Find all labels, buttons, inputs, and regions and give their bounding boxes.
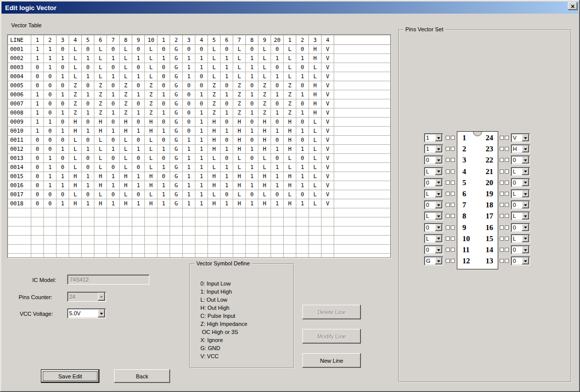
pin-12-select[interactable]: G <box>424 256 443 265</box>
vector-cell: 1 <box>183 181 195 190</box>
table-row[interactable]: 0011000L0L0L0L0G11H0H0H0H0LV <box>8 136 391 145</box>
table-row[interactable]: 0008101Z1Z1Z1Z1G01Z1Z1Z1Z1HV <box>8 108 391 118</box>
vector-cell: 1 <box>57 72 69 81</box>
pin-1-select[interactable]: 1 <box>424 133 443 142</box>
dropdown-button[interactable] <box>435 201 442 208</box>
table-row[interactable]: 0004001L1L1L1L0G10L1L1L1L1LV <box>8 72 391 81</box>
empty-cell <box>57 236 69 245</box>
pin-stub <box>451 237 455 241</box>
dropdown-button[interactable] <box>522 246 529 253</box>
dropdown-button[interactable] <box>435 235 442 242</box>
table-row[interactable]: 0015011H1H1H1H0G11H1H1H1H1LV <box>8 172 391 181</box>
pin-13-select[interactable]: 0 <box>511 256 530 265</box>
pin-4-select[interactable]: L <box>424 167 443 176</box>
vector-cell: 0 <box>183 81 195 90</box>
vcc-voltage-select[interactable]: 5.0V <box>67 308 106 318</box>
dropdown-button[interactable] <box>522 156 529 163</box>
vector-cell: 0 <box>132 136 145 145</box>
table-row[interactable]: 0003010L0L0L0L0G11L1L1L0L0LV <box>8 63 391 72</box>
pin-9-select[interactable]: 0 <box>424 223 443 232</box>
dropdown-button[interactable] <box>522 201 529 208</box>
table-row[interactable]: 0014010L0L0L0L1G11L1L1L1L1LV <box>8 163 391 172</box>
pin-22-select[interactable]: 0 <box>511 155 530 164</box>
dropdown-button[interactable] <box>435 145 442 152</box>
pin-8-select[interactable]: L <box>424 211 443 220</box>
new-line-button[interactable]: New Line <box>302 353 361 368</box>
dropdown-button[interactable] <box>522 145 529 152</box>
table-row[interactable]: 0005000Z0Z0Z0Z0G00Z0Z0Z0Z0HV <box>8 81 391 90</box>
table-row[interactable]: 0006101Z1Z1Z1Z1G01Z1Z1Z1Z1HV <box>8 90 391 99</box>
pin-18-select[interactable]: 0 <box>511 200 530 209</box>
dropdown-button[interactable] <box>522 190 529 197</box>
column-header: 10 <box>145 35 157 45</box>
table-row[interactable]: 0018001H1H1H1H1G11H1H1H1H1LV <box>8 199 391 208</box>
pin-20-select[interactable]: 0 <box>511 178 530 187</box>
vector-cell: 0 <box>31 145 44 154</box>
dropdown-button[interactable] <box>522 179 529 186</box>
vector-cell: 0 <box>157 63 170 72</box>
empty-cell <box>107 245 120 254</box>
pin-15-select[interactable]: L <box>511 234 530 243</box>
chevron-down-icon <box>524 159 527 163</box>
vector-cell: 1 <box>296 172 309 181</box>
dropdown-button[interactable] <box>435 156 442 163</box>
pin-3-select[interactable]: 0 <box>424 155 443 164</box>
table-row[interactable]: 0007100Z0Z0Z0Z0G00Z0Z0Z0Z0HV <box>8 99 391 108</box>
pin-16-select[interactable]: 0 <box>511 223 530 232</box>
pin-11-select[interactable]: 0 <box>424 245 443 254</box>
dropdown-button[interactable] <box>98 293 105 301</box>
pin-19-select[interactable]: L <box>511 189 530 198</box>
dropdown-button[interactable] <box>435 168 442 175</box>
dropdown-button[interactable] <box>522 134 529 141</box>
pin-6-select[interactable]: L <box>424 189 443 198</box>
pin-2-select[interactable]: 1 <box>424 144 443 153</box>
dropdown-button[interactable] <box>435 257 442 264</box>
pin-7-select[interactable]: 0 <box>424 200 443 209</box>
close-button[interactable]: × <box>568 2 577 10</box>
vector-cell: 1 <box>195 163 208 172</box>
table-row[interactable]: 0010101H1H1H1H1G01H1H1H1H1LV <box>8 127 391 136</box>
table-row[interactable]: 0009110H0H0H0H0G01H0H0H0H0LV <box>8 118 391 127</box>
pin-21-select[interactable]: L <box>511 167 530 176</box>
empty-cell <box>271 217 284 227</box>
pin-10-select[interactable]: L <box>424 234 443 243</box>
pin-17-select[interactable]: L <box>511 211 530 220</box>
dropdown-button[interactable] <box>522 212 529 219</box>
column-header: 20 <box>271 35 284 45</box>
dropdown-button[interactable] <box>98 309 105 317</box>
vector-cell: G <box>170 54 183 63</box>
dropdown-button[interactable] <box>522 235 529 242</box>
vector-cell: 0 <box>271 63 284 72</box>
dropdown-button[interactable] <box>522 224 529 231</box>
delete-line-button[interactable]: Delete Line <box>302 305 361 319</box>
vector-cell: L <box>145 190 157 199</box>
pin-23-select[interactable]: H <box>511 144 530 153</box>
vector-cell: V <box>322 45 334 54</box>
back-button[interactable]: Back <box>114 369 170 383</box>
dropdown-button[interactable] <box>435 134 442 141</box>
table-row[interactable]: 0013010L0L0L0L0G11L0L0L0L0LV <box>8 154 391 163</box>
dropdown-button[interactable] <box>435 212 442 219</box>
dropdown-button[interactable] <box>435 190 442 197</box>
dropdown-button[interactable] <box>522 257 529 264</box>
table-row[interactable]: 0016011H1H1H1H1G11H1H1H1H1LV <box>8 181 391 190</box>
pin-14-select[interactable]: 0 <box>511 245 530 254</box>
dropdown-button[interactable] <box>435 246 442 253</box>
empty-cell <box>195 254 208 258</box>
table-row[interactable]: 0017000L0L0L0L1G11L0L0L0L0LV <box>8 190 391 199</box>
selected-value: 0 <box>426 247 429 253</box>
pin-stub <box>446 158 450 162</box>
pin-24-select[interactable]: V <box>511 133 530 142</box>
dropdown-button[interactable] <box>522 168 529 175</box>
table-row[interactable]: 0001110L0L0L0L0G00L0L0L0L0HV <box>8 45 391 54</box>
modify-line-button[interactable]: Modify Line <box>302 329 361 344</box>
table-row[interactable]: 0002111L1L1L1L1G11L1L1L1L1HV <box>8 54 391 63</box>
table-row[interactable]: 0012001L1L1L1L1G11H1H1H1H1LV <box>8 145 391 154</box>
dropdown-button[interactable] <box>435 224 442 231</box>
ic-model-field[interactable]: 74S412 <box>67 274 149 285</box>
pin-5-select[interactable]: 0 <box>424 178 443 187</box>
title-bar[interactable]: Edit logic Vector <box>2 2 578 14</box>
pins-counter-select[interactable]: 24 <box>67 292 106 302</box>
dropdown-button[interactable] <box>435 179 442 186</box>
save-edit-button[interactable]: Save Edit <box>41 369 99 383</box>
